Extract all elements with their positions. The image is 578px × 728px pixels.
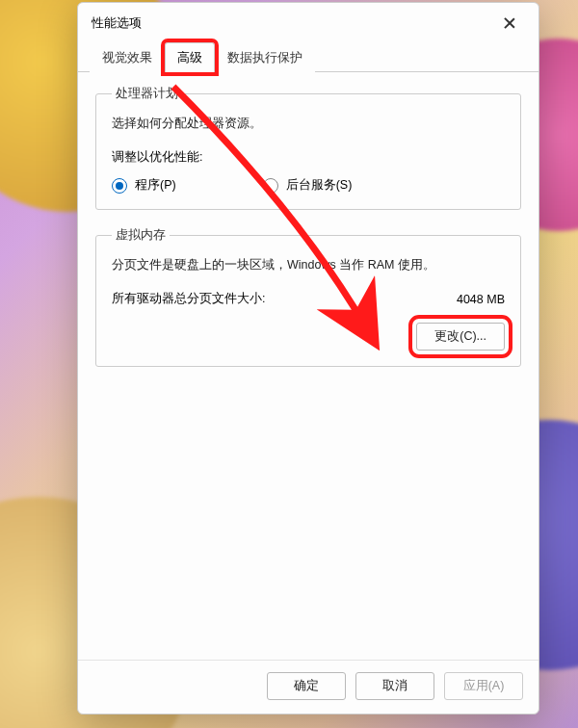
tab-label: 视觉效果 — [102, 51, 152, 65]
cancel-button[interactable]: 取消 — [355, 672, 434, 700]
tab-strip: 视觉效果 高级 数据执行保护 — [78, 41, 539, 72]
tab-visual-effects[interactable]: 视觉效果 — [90, 42, 165, 72]
ok-button[interactable]: 确定 — [267, 672, 346, 700]
tab-content-advanced: 处理器计划 选择如何分配处理器资源。 调整以优化性能: 程序(P) 后台服务(S… — [78, 72, 539, 660]
apply-button[interactable]: 应用(A) — [444, 672, 523, 700]
titlebar: 性能选项 — [78, 3, 539, 41]
processor-desc: 选择如何分配处理器资源。 — [112, 116, 505, 132]
window-title: 性能选项 — [92, 14, 142, 32]
performance-options-dialog: 性能选项 视觉效果 高级 数据执行保护 处理器计划 选择如何分配处理器资源。 调… — [77, 2, 539, 715]
radio-icon — [112, 178, 127, 194]
group-legend: 处理器计划 — [112, 86, 182, 102]
tab-label: 高级 — [177, 51, 202, 65]
processor-radio-row: 程序(P) 后台服务(S) — [112, 177, 505, 194]
radio-programs[interactable]: 程序(P) — [112, 177, 176, 194]
vmem-total-value: 4048 MB — [457, 293, 505, 306]
close-icon — [504, 17, 515, 29]
vmem-change-row: 更改(C)... — [112, 323, 505, 351]
vmem-total-row: 所有驱动器总分页文件大小: 4048 MB — [112, 291, 505, 307]
radio-background-services[interactable]: 后台服务(S) — [263, 177, 353, 194]
tab-dep[interactable]: 数据执行保护 — [215, 42, 315, 72]
virtual-memory-group: 虚拟内存 分页文件是硬盘上的一块区域，Windows 当作 RAM 使用。 所有… — [95, 227, 521, 367]
processor-scheduling-group: 处理器计划 选择如何分配处理器资源。 调整以优化性能: 程序(P) 后台服务(S… — [95, 86, 521, 210]
radio-icon — [263, 178, 278, 194]
vmem-desc: 分页文件是硬盘上的一块区域，Windows 当作 RAM 使用。 — [112, 257, 505, 273]
group-legend: 虚拟内存 — [112, 227, 170, 244]
change-button[interactable]: 更改(C)... — [416, 323, 505, 351]
radio-label: 程序(P) — [135, 177, 176, 194]
dialog-footer: 确定 取消 应用(A) — [78, 660, 539, 714]
tab-label: 数据执行保护 — [227, 51, 302, 65]
radio-label: 后台服务(S) — [286, 177, 353, 194]
processor-subtitle: 调整以优化性能: — [112, 149, 505, 166]
close-button[interactable] — [492, 11, 527, 36]
vmem-total-label: 所有驱动器总分页文件大小: — [112, 291, 265, 307]
tab-advanced[interactable]: 高级 — [165, 42, 215, 72]
